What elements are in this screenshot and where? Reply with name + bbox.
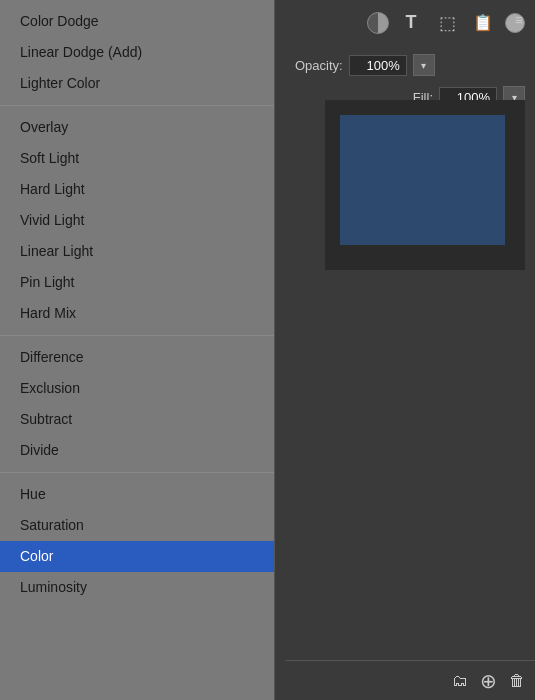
menu-item-luminosity[interactable]: Luminosity bbox=[0, 572, 274, 603]
menu-group-dodge: Color Dodge Linear Dodge (Add) Lighter C… bbox=[0, 0, 274, 106]
canvas-area bbox=[325, 100, 525, 270]
bottom-toolbar: 🗂 ⊕ 🗑 bbox=[285, 660, 535, 700]
menu-item-overlay[interactable]: Overlay bbox=[0, 112, 274, 143]
folder-icon[interactable]: 🗂 bbox=[452, 672, 468, 690]
blend-mode-dropdown: Color Dodge Linear Dodge (Add) Lighter C… bbox=[0, 0, 275, 700]
add-layer-icon[interactable]: ⊕ bbox=[480, 669, 497, 693]
menu-item-hue[interactable]: Hue bbox=[0, 479, 274, 510]
menu-group-difference: Difference Exclusion Subtract Divide bbox=[0, 336, 274, 473]
delete-layer-icon[interactable]: 🗑 bbox=[509, 672, 525, 690]
opacity-dropdown-arrow[interactable]: ▾ bbox=[413, 54, 435, 76]
menu-item-saturation[interactable]: Saturation bbox=[0, 510, 274, 541]
menu-item-subtract[interactable]: Subtract bbox=[0, 404, 274, 435]
menu-item-pin-light[interactable]: Pin Light bbox=[0, 267, 274, 298]
menu-item-color-dodge[interactable]: Color Dodge bbox=[0, 6, 274, 37]
opacity-label: Opacity: bbox=[295, 58, 343, 73]
menu-item-hard-light[interactable]: Hard Light bbox=[0, 174, 274, 205]
menu-item-difference[interactable]: Difference bbox=[0, 342, 274, 373]
menu-item-color[interactable]: Color bbox=[0, 541, 274, 572]
opacity-input[interactable]: 100% bbox=[349, 55, 407, 76]
menu-top-bar: ≡ bbox=[275, 0, 535, 40]
menu-item-hard-mix[interactable]: Hard Mix bbox=[0, 298, 274, 329]
menu-item-exclusion[interactable]: Exclusion bbox=[0, 373, 274, 404]
menu-item-soft-light[interactable]: Soft Light bbox=[0, 143, 274, 174]
menu-item-linear-dodge[interactable]: Linear Dodge (Add) bbox=[0, 37, 274, 68]
menu-item-divide[interactable]: Divide bbox=[0, 435, 274, 466]
menu-item-vivid-light[interactable]: Vivid Light bbox=[0, 205, 274, 236]
hamburger-icon[interactable]: ≡ bbox=[515, 12, 523, 28]
menu-group-color: Hue Saturation Color Luminosity bbox=[0, 473, 274, 609]
menu-item-lighter-color[interactable]: Lighter Color bbox=[0, 68, 274, 99]
menu-group-overlay: Overlay Soft Light Hard Light Vivid Ligh… bbox=[0, 106, 274, 336]
opacity-row: Opacity: 100% ▾ bbox=[285, 48, 535, 82]
canvas-layer-rect bbox=[340, 115, 505, 245]
menu-item-linear-light[interactable]: Linear Light bbox=[0, 236, 274, 267]
